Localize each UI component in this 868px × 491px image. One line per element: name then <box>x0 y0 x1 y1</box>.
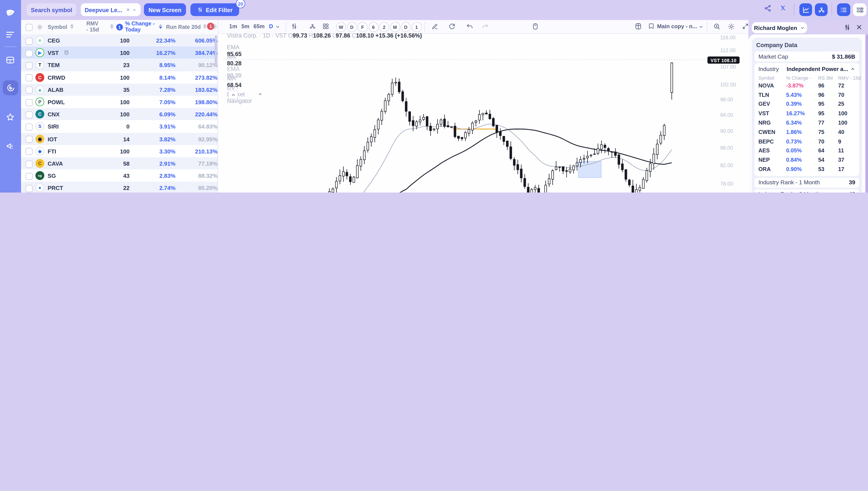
edit-filter-button[interactable]: Edit Filter <box>190 3 239 16</box>
watchlist-row[interactable]: ▲ALAB357.28%183.62% <box>21 84 218 96</box>
indicator-sliders-icon[interactable] <box>291 23 298 30</box>
chart-view-button[interactable] <box>800 3 812 16</box>
row-checkbox[interactable] <box>25 74 33 81</box>
peer-row-ORA[interactable]: ORA0.90%5317 <box>758 165 855 174</box>
share-icon[interactable] <box>764 4 772 12</box>
stats-view-button[interactable] <box>853 3 866 16</box>
col-rate[interactable]: Run Rate 20d <box>166 24 201 30</box>
redo-icon[interactable] <box>481 23 489 30</box>
menu-icon[interactable] <box>6 30 15 39</box>
watchlist-row[interactable]: ▶VST10016.27%384.74% <box>21 47 218 59</box>
sort-rate[interactable] <box>203 24 206 29</box>
eye-off-icon[interactable] <box>259 91 262 97</box>
peer-row-AES[interactable]: AES0.05%6411 <box>758 146 855 155</box>
layout-name[interactable]: Main copy - n... <box>657 23 697 29</box>
row-checkbox[interactable] <box>25 99 33 106</box>
panel-sliders-icon[interactable] <box>844 24 851 31</box>
row-checkbox[interactable] <box>25 136 33 143</box>
industry-collapse-icon[interactable] <box>850 66 855 71</box>
sort-chg-active[interactable] <box>159 24 162 29</box>
quick-tf-F-2[interactable]: F <box>358 22 368 32</box>
peer-row-NRG[interactable]: NRG6.34%77100 <box>758 118 855 127</box>
quick-tf-6-3[interactable]: 6 <box>368 22 379 32</box>
network-view-button[interactable] <box>815 3 828 16</box>
sort-rmv[interactable] <box>110 24 114 29</box>
pane-collapse-button[interactable] <box>228 90 238 99</box>
quick-tf-2-4[interactable]: 2 <box>379 22 389 32</box>
dashboard-icon[interactable] <box>6 55 15 65</box>
watchlist-row[interactable]: TTEM238.95%90.12% <box>21 59 218 71</box>
watchlist-row[interactable]: SSIRI03.91%64.83% <box>21 120 218 133</box>
watchlist-row[interactable]: sgSG432.83%88.32% <box>21 170 218 182</box>
watchlist-row[interactable]: CCRWD1008.14%273.82% <box>21 71 218 84</box>
legend-symbol[interactable]: Vistra Corp. · 1D · VST <box>227 32 287 39</box>
tf-5m[interactable]: 5m <box>241 23 249 29</box>
eraser-icon[interactable] <box>431 23 438 30</box>
pane-layout-icon[interactable] <box>634 22 642 30</box>
column-gear-icon[interactable] <box>36 24 43 31</box>
peer-row-TLN[interactable]: TLN5.43%9670 <box>758 90 855 99</box>
col-rmv[interactable]: RMV- 15d <box>86 21 99 33</box>
profile-selector[interactable]: Richard Moglen <box>752 22 807 33</box>
peer-row-NOVA[interactable]: NOVA-3.87%9672 <box>758 81 855 90</box>
undo-icon[interactable] <box>466 23 473 30</box>
row-checkbox[interactable] <box>25 123 33 131</box>
row-checkbox[interactable] <box>25 50 33 57</box>
new-screen-button[interactable]: New Screen <box>144 3 186 16</box>
row-checkbox[interactable] <box>25 62 33 69</box>
tf-65m[interactable]: 65m <box>253 23 265 29</box>
quick-tf-1-7[interactable]: 1 <box>412 22 422 32</box>
watchlist-row[interactable]: ◉IOT143.82%92.95% <box>21 133 218 145</box>
tf-1m[interactable]: 1m <box>229 23 237 29</box>
screen-tab[interactable]: Deepvue Le... <box>81 3 141 16</box>
select-all-checkbox[interactable] <box>25 24 33 31</box>
peer-row-BEPC[interactable]: BEPC0.73%709 <box>758 137 855 146</box>
quick-tf-M-5[interactable]: M <box>390 22 400 32</box>
watchlist-scrollbar-thumb[interactable] <box>215 35 217 66</box>
company-row[interactable]: Industry Rank - 3 Month42 <box>754 189 859 193</box>
fullscreen-icon[interactable] <box>742 22 749 30</box>
row-checkbox[interactable] <box>25 37 33 45</box>
price-volume-rmv-chart[interactable] <box>218 33 748 193</box>
quick-tf-W-0[interactable]: W <box>336 22 346 32</box>
row-checkbox[interactable] <box>25 161 33 168</box>
peer-row-CWEN[interactable]: CWEN1.86%7540 <box>758 127 855 137</box>
edit-filter-sliders-icon[interactable] <box>197 7 203 13</box>
refresh-icon[interactable] <box>448 23 455 30</box>
row-checkbox[interactable] <box>25 148 33 155</box>
watchlist-row[interactable]: ◆FTI1003.30%210.13% <box>21 145 218 157</box>
watchlist-row[interactable]: ≡CEG10022.34%606.05% <box>21 34 218 47</box>
tab-close-icon[interactable] <box>126 7 130 12</box>
industry-row[interactable]: IndustryIndependent Power a... <box>758 64 855 74</box>
row-checkbox[interactable] <box>25 173 33 180</box>
layout-chevron-icon[interactable] <box>698 24 704 29</box>
app-logo-icon[interactable] <box>5 8 16 19</box>
row-checkbox[interactable] <box>25 185 33 192</box>
chart-settings-gear-icon[interactable] <box>727 22 735 30</box>
list-view-button[interactable] <box>837 3 850 16</box>
grid-layout-icon[interactable] <box>322 23 329 30</box>
company-row[interactable]: Industry Rank - 1 Month39 <box>754 178 859 188</box>
sessions-bag-icon[interactable] <box>532 22 539 30</box>
sort-symbol[interactable] <box>70 24 73 29</box>
peer-row-NEP[interactable]: NEP0.84%5437 <box>758 155 855 165</box>
tf-active[interactable]: D <box>269 23 273 29</box>
profile-chevron-icon[interactable] <box>800 25 805 30</box>
quick-tf-D-1[interactable]: D <box>347 22 357 32</box>
x-social-icon[interactable] <box>779 4 787 11</box>
sidebar-item-screener[interactable] <box>3 80 18 95</box>
announcements-megaphone-icon[interactable] <box>6 141 16 151</box>
panel-close-icon[interactable] <box>856 24 863 31</box>
table-settings-gear-icon[interactable] <box>211 23 218 30</box>
compare-line-icon[interactable] <box>309 23 316 30</box>
search-symbol-button[interactable]: Search symbol <box>27 3 77 16</box>
layout-bookmark-icon[interactable] <box>648 22 655 30</box>
market-cap-row[interactable]: Market Cap$ 31.86B <box>754 52 859 61</box>
col-symbol[interactable]: Symbol <box>48 24 67 30</box>
row-checkbox[interactable] <box>25 111 33 118</box>
quick-tf-D-6[interactable]: D <box>401 22 411 32</box>
tf-chevron-down-icon[interactable] <box>275 24 280 29</box>
watchlist-row[interactable]: PPOWL1007.05%198.80% <box>21 96 218 108</box>
watchlist-row[interactable]: ●PRCT222.74%85.20% <box>21 182 218 193</box>
favorites-star-icon[interactable] <box>6 112 15 122</box>
